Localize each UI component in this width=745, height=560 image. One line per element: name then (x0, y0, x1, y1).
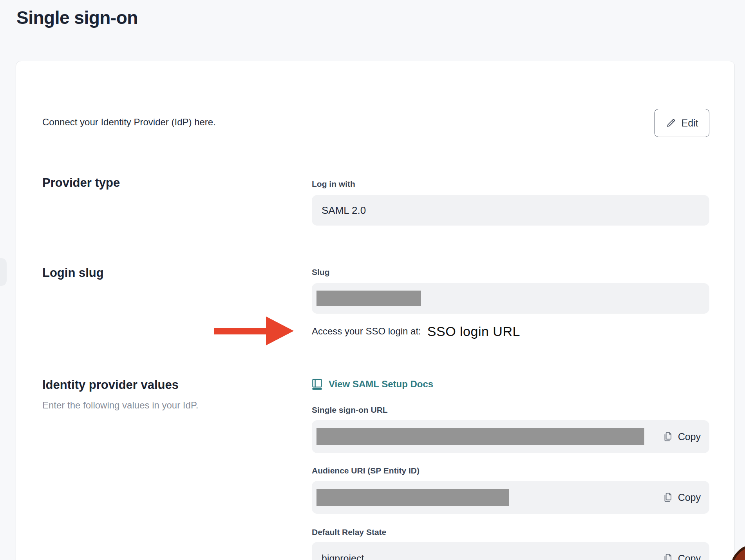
annotation-arrow-icon (266, 316, 294, 345)
pencil-icon (665, 117, 676, 128)
intro-text: Connect your Identity Provider (IdP) her… (42, 117, 216, 128)
provider-type-heading: Provider type (42, 176, 120, 190)
login-slug-heading: Login slug (42, 266, 104, 280)
access-login-row: Access your SSO login at: SSO login URL (312, 322, 520, 341)
redacted-audience-uri-value (316, 489, 509, 506)
sso-login-url-annotation: SSO login URL (427, 324, 520, 339)
access-prefix-text: Access your SSO login at: (312, 326, 421, 337)
copy-sso-url-button[interactable]: Copy (662, 431, 701, 443)
copy-icon (662, 431, 673, 443)
copy-button-label: Copy (678, 431, 701, 443)
sso-url-label: Single sign-on URL (312, 405, 388, 415)
redacted-slug-value (316, 291, 421, 306)
default-relay-state-label: Default Relay State (312, 527, 386, 537)
idp-values-subheading: Enter the following values in your IdP. (42, 400, 198, 411)
sso-url-field: Copy (312, 420, 709, 453)
slug-field (312, 283, 709, 314)
default-relay-state-field: bigproject Copy (312, 542, 709, 560)
copy-relay-state-button[interactable]: Copy (662, 553, 701, 560)
view-saml-docs-link[interactable]: View SAML Setup Docs (312, 378, 433, 390)
copy-audience-uri-button[interactable]: Copy (662, 491, 701, 503)
page-title: Single sign-on (16, 7, 138, 28)
sso-settings-page: Single sign-on Connect your Identity Pro… (0, 0, 745, 560)
copy-button-label: Copy (678, 492, 701, 503)
slug-label: Slug (312, 267, 330, 277)
view-saml-docs-label: View SAML Setup Docs (329, 379, 433, 390)
edit-button-label: Edit (681, 117, 698, 129)
audience-uri-field: Copy (312, 481, 709, 514)
idp-values-heading: Identity provider values (42, 378, 179, 392)
provider-type-value: SAML 2.0 (322, 204, 366, 217)
edit-button[interactable]: Edit (655, 109, 709, 137)
copy-icon (662, 553, 673, 560)
provider-type-field: SAML 2.0 (312, 195, 709, 226)
annotation-arrow-shaft (214, 328, 267, 334)
redacted-sso-url-value (316, 428, 644, 445)
edge-drawer-handle[interactable] (0, 258, 7, 286)
copy-icon (662, 491, 673, 503)
corner-annotation-fragment (721, 537, 745, 560)
audience-uri-label: Audience URI (SP Entity ID) (312, 466, 420, 475)
sso-settings-card: Connect your Identity Provider (IdP) her… (16, 61, 735, 560)
login-with-label: Log in with (312, 179, 355, 189)
default-relay-state-value: bigproject (322, 553, 364, 560)
docs-book-icon (312, 378, 322, 390)
copy-button-label: Copy (678, 553, 701, 560)
